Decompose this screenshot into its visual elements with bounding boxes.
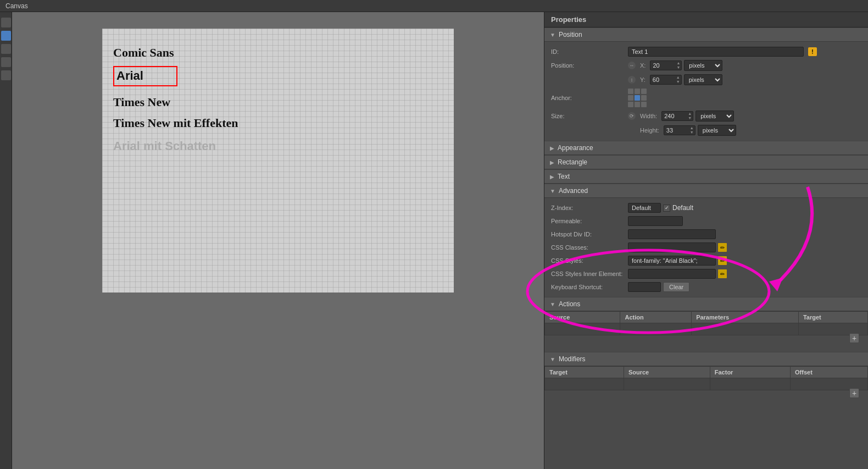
section-text[interactable]: ▶ Text: [544, 169, 868, 184]
section-appearance[interactable]: ▶ Appearance: [544, 141, 868, 155]
section-actions[interactable]: ▼ Actions: [544, 297, 868, 311]
x-down-arrow[interactable]: ▼: [676, 65, 680, 70]
css-styles-value: ✏: [628, 256, 861, 266]
canvas-board[interactable]: Comic Sans Arial Times New Times New mit…: [102, 29, 454, 293]
width-value-container: ⟳ Width: ▲ ▼ pixels: [628, 111, 861, 122]
css-styles-inner-input[interactable]: [628, 269, 716, 279]
actions-col-source: Source: [545, 312, 620, 323]
y-input-group: ▲ ▼: [650, 75, 682, 85]
zindex-value-container: ✓ Default: [628, 203, 861, 213]
position-row: Position: ↔ X: ▲ ▼ pixels: [544, 58, 868, 73]
anchor-row: Anchor:: [544, 87, 868, 109]
css-classes-input[interactable]: [628, 242, 716, 252]
position-label: Position: [559, 31, 582, 38]
css-classes-edit-btn[interactable]: ✏: [718, 243, 727, 252]
width-up-arrow[interactable]: ▲: [688, 112, 692, 116]
anchor-tr[interactable]: [641, 89, 647, 94]
canvas-content: Comic Sans Arial Times New Times New mit…: [12, 12, 544, 469]
y-input[interactable]: [650, 75, 675, 84]
text-arrow: ▶: [550, 174, 554, 180]
height-arrows: ▲ ▼: [689, 126, 695, 135]
width-input[interactable]: [662, 112, 687, 120]
properties-title: Properties: [544, 12, 868, 27]
css-classes-value: ✏: [628, 242, 861, 252]
zindex-input[interactable]: [628, 203, 661, 213]
modifiers-add-button[interactable]: +: [849, 388, 859, 398]
width-unit-select[interactable]: pixels: [695, 111, 734, 122]
id-input[interactable]: [628, 47, 804, 57]
x-up-arrow[interactable]: ▲: [676, 61, 680, 65]
x-unit-select[interactable]: pixels: [684, 60, 722, 71]
y-up-arrow[interactable]: ▲: [676, 75, 680, 80]
anchor-bl[interactable]: [628, 102, 633, 107]
canvas-text-arial-schatten[interactable]: Arial mit Schatten: [113, 139, 216, 155]
actions-add-button[interactable]: +: [849, 333, 859, 343]
hotspot-label: Hotspot Div ID:: [551, 231, 628, 238]
actions-col-action: Action: [620, 312, 692, 323]
position-icon[interactable]: ↔: [628, 62, 636, 69]
css-styles-input[interactable]: [628, 256, 716, 266]
sidebar-item-1[interactable]: [1, 18, 11, 27]
canvas-text-times-new[interactable]: Times New: [113, 95, 170, 111]
sidebar-item-4[interactable]: [1, 57, 11, 67]
y-icon-btn[interactable]: ↕: [628, 76, 636, 84]
actions-label: Actions: [559, 300, 580, 308]
sidebar-item-5[interactable]: [1, 70, 11, 80]
section-position[interactable]: ▼ Position: [544, 27, 868, 42]
height-input-group: ▲ ▼: [664, 125, 695, 136]
anchor-mm[interactable]: [635, 95, 640, 101]
advanced-label: Advanced: [559, 187, 588, 195]
section-advanced[interactable]: ▼ Advanced: [544, 184, 868, 198]
css-styles-inner-label: CSS Styles Inner Element:: [551, 271, 628, 277]
y-down-arrow[interactable]: ▼: [676, 80, 680, 84]
section-modifiers[interactable]: ▼ Modifiers: [544, 352, 868, 366]
height-up-arrow[interactable]: ▲: [690, 126, 694, 130]
advanced-body: Z-Index: ✓ Default Permeable: Hotspot: [544, 198, 868, 297]
actions-cell-2: [620, 323, 692, 335]
anchor-bm[interactable]: [635, 102, 640, 107]
height-row: Height: ▲ ▼ pixels: [544, 123, 868, 137]
rectangle-arrow: ▶: [550, 159, 554, 165]
canvas-text-arial[interactable]: Arial: [113, 66, 177, 86]
height-input[interactable]: [664, 126, 689, 135]
height-unit-select[interactable]: pixels: [698, 125, 736, 136]
properties-panel: Properties ▼ Position ID: ! Position: ↔ …: [544, 12, 868, 469]
keyboard-value: Clear: [628, 282, 861, 292]
x-input[interactable]: [650, 61, 675, 70]
hotspot-input[interactable]: [628, 229, 716, 239]
width-down-arrow[interactable]: ▼: [688, 116, 692, 120]
css-styles-edit-btn[interactable]: ✏: [718, 256, 727, 265]
zindex-checkbox[interactable]: ✓: [663, 205, 670, 212]
size-icon[interactable]: ⟳: [628, 112, 636, 120]
keyboard-input[interactable]: [628, 282, 661, 292]
zindex-label: Z-Index:: [551, 205, 628, 211]
sidebar-item-3[interactable]: [1, 44, 11, 54]
canvas-text-comic-sans[interactable]: Comic Sans: [113, 45, 174, 61]
permeable-input[interactable]: [628, 216, 683, 226]
anchor-tl[interactable]: [628, 89, 633, 94]
y-unit-select[interactable]: pixels: [684, 74, 722, 85]
css-styles-inner-edit-btn[interactable]: ✏: [718, 269, 727, 278]
id-label: ID:: [551, 48, 628, 55]
anchor-mr[interactable]: [641, 95, 647, 101]
permeable-row: Permeable:: [544, 214, 868, 228]
section-rectangle[interactable]: ▶ Rectangle: [544, 155, 868, 169]
x-arrows: ▲ ▼: [675, 61, 681, 70]
canvas-area: Comic Sans Arial Times New Times New mit…: [12, 12, 544, 469]
canvas-text-times-new-effekten[interactable]: Times New mit Effekten: [113, 115, 238, 131]
actions-table: Source Action Parameters Target: [544, 311, 868, 335]
x-icon: X:: [640, 62, 646, 69]
anchor-grid[interactable]: [628, 89, 647, 107]
permeable-value: [628, 216, 861, 226]
anchor-br[interactable]: [641, 102, 647, 107]
anchor-tm[interactable]: [635, 89, 640, 94]
zindex-row: Z-Index: ✓ Default: [544, 201, 868, 214]
permeable-label: Permeable:: [551, 218, 628, 224]
anchor-value: [628, 89, 861, 107]
height-down-arrow[interactable]: ▼: [690, 130, 694, 135]
modifiers-label: Modifiers: [559, 355, 586, 363]
id-row: ID: !: [544, 45, 868, 58]
clear-button[interactable]: Clear: [663, 282, 689, 292]
sidebar-item-2[interactable]: [1, 31, 11, 41]
anchor-ml[interactable]: [628, 95, 633, 101]
